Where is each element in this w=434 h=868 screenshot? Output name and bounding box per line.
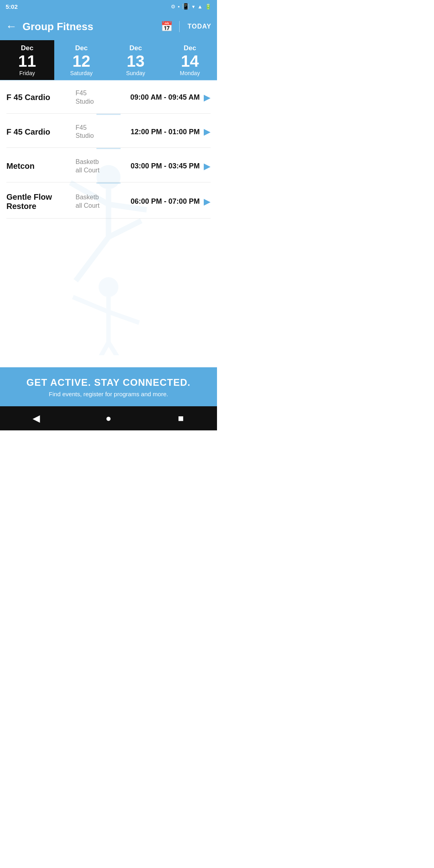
date-selector: Dec 11 Friday Dec 12 Saturday Dec 13 Sun…	[0, 40, 217, 80]
class-time-2: 12:00 PM - 01:00 PM	[131, 128, 200, 136]
class-time-3: 03:00 PM - 03:45 PM	[131, 162, 200, 170]
nav-recents-icon: ■	[178, 413, 184, 424]
date-dec13-weekday: Sunday	[126, 70, 145, 76]
class-time-col-3: 03:00 PM - 03:45 PM ▶	[123, 161, 211, 172]
date-dec14-month: Dec	[184, 44, 196, 52]
class-time-col-2: 12:00 PM - 01:00 PM ▶	[123, 127, 211, 137]
class-time-col-4: 06:00 PM - 07:00 PM ▶	[123, 197, 211, 207]
play-arrow-1[interactable]: ▶	[204, 92, 211, 103]
nav-recents-button[interactable]: ■	[169, 406, 193, 430]
header: ← Group Fitness 📅 TODAY	[0, 13, 217, 40]
class-info-3: Metcon	[6, 162, 72, 171]
play-arrow-4[interactable]: ▶	[204, 197, 211, 207]
vibrate-icon: 📳	[182, 3, 190, 10]
date-dec11[interactable]: Dec 11 Friday	[0, 40, 54, 80]
class-location-1: F45Studio	[76, 90, 94, 105]
class-location-col-1: F45Studio	[72, 89, 123, 106]
nav-home-button[interactable]: ●	[96, 406, 121, 430]
status-bar: 5:02 ⚙ ▪ 📳 ▾ ▲ 🔋	[0, 0, 217, 13]
class-name-3: Metcon	[6, 162, 35, 170]
sim-icon: ▪	[178, 4, 180, 10]
class-list: F 45 Cardio F45Studio 09:00 AM - 09:45 A…	[0, 80, 217, 219]
class-location-2: F45Studio	[76, 124, 94, 139]
date-dec14-day: 14	[181, 52, 199, 70]
play-arrow-2[interactable]: ▶	[204, 127, 211, 137]
wifi-icon: ▾	[192, 4, 195, 10]
settings-icon: ⚙	[171, 4, 176, 10]
class-name-4: Gentle Flow Restore	[6, 192, 52, 211]
class-time-col-1: 09:00 AM - 09:45 AM ▶	[123, 92, 211, 103]
class-location-3: Basketball Court	[76, 158, 100, 174]
date-dec13-month: Dec	[129, 44, 142, 52]
nav-home-icon: ●	[106, 413, 112, 424]
date-dec12[interactable]: Dec 12 Saturday	[54, 40, 108, 80]
schedule-area: F 45 Cardio F45Studio 09:00 AM - 09:45 A…	[0, 80, 217, 355]
today-button[interactable]: TODAY	[184, 23, 211, 30]
date-dec13-day: 13	[127, 52, 145, 70]
date-dec11-day: 11	[18, 52, 36, 70]
date-dec14[interactable]: Dec 14 Monday	[163, 40, 217, 80]
signal-icon: ▲	[197, 4, 203, 10]
class-row-1[interactable]: F 45 Cardio F45Studio 09:00 AM - 09:45 A…	[6, 80, 211, 114]
class-name-1: F 45 Cardio	[6, 93, 50, 102]
date-dec14-weekday: Monday	[180, 70, 200, 76]
class-info-2: F 45 Cardio	[6, 127, 72, 137]
banner-subtitle: Find events, register for programs and m…	[6, 391, 211, 397]
class-info-1: F 45 Cardio	[6, 93, 72, 102]
date-dec12-month: Dec	[75, 44, 88, 52]
status-icons: ⚙ ▪ 📳 ▾ ▲ 🔋	[171, 3, 211, 10]
status-time: 5:02	[6, 3, 18, 10]
date-dec12-weekday: Saturday	[70, 70, 92, 76]
class-location-col-3: Basketball Court	[72, 158, 123, 175]
nav-back-button[interactable]: ◀	[24, 406, 48, 430]
class-row-4[interactable]: Gentle Flow Restore Basketball Court 06:…	[6, 184, 211, 219]
battery-icon: 🔋	[205, 4, 211, 10]
page-title: Group Fitness	[23, 20, 161, 33]
date-dec11-month: Dec	[21, 44, 33, 52]
class-info-4: Gentle Flow Restore	[6, 192, 72, 211]
class-location-4: Basketball Court	[76, 194, 100, 209]
nav-back-icon: ◀	[33, 413, 40, 424]
banner-title: GET ACTIVE. STAY CONNECTED.	[6, 377, 211, 388]
date-dec13[interactable]: Dec 13 Sunday	[108, 40, 163, 80]
nav-bar: ◀ ● ■	[0, 406, 217, 430]
class-location-col-4: Basketball Court	[72, 193, 123, 210]
back-button[interactable]: ←	[6, 20, 17, 33]
date-dec11-weekday: Friday	[19, 70, 35, 76]
class-location-col-2: F45Studio	[72, 124, 123, 141]
banner: GET ACTIVE. STAY CONNECTED. Find events,…	[0, 367, 217, 406]
class-name-2: F 45 Cardio	[6, 127, 50, 136]
class-time-1: 09:00 AM - 09:45 AM	[130, 93, 200, 102]
class-time-4: 06:00 PM - 07:00 PM	[131, 197, 200, 206]
play-arrow-3[interactable]: ▶	[204, 161, 211, 172]
calendar-icon[interactable]: 📅	[161, 21, 180, 32]
class-row-2[interactable]: F 45 Cardio F45Studio 12:00 PM - 01:00 P…	[6, 115, 211, 148]
class-row-3[interactable]: Metcon Basketball Court 03:00 PM - 03:45…	[6, 149, 211, 182]
date-dec12-day: 12	[72, 52, 90, 70]
